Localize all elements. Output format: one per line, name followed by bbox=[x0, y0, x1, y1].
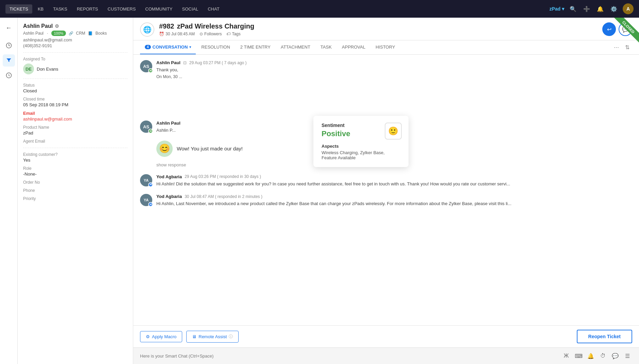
nav-community[interactable]: COMMUNITY bbox=[141, 4, 176, 14]
main-layout: ← Ashlin Paul ⚙ Ashlin Paul · 100% 🔗 CRM… bbox=[0, 18, 639, 364]
search-icon[interactable]: 🔍 bbox=[568, 4, 578, 14]
smiley-icon: 😊 bbox=[156, 141, 173, 157]
agent2-content: Yod Agbaria 30 Jul 08:47 AM ( responded … bbox=[156, 194, 632, 207]
msg1-type-icon: ⊡ bbox=[183, 60, 187, 65]
msg1-header: Ashlin Paul ⊡ 29 Aug 03:27 PM ( 7 days a… bbox=[156, 60, 632, 65]
product-value: zPad bbox=[23, 130, 127, 135]
chat-button[interactable]: 💬 bbox=[619, 22, 632, 36]
smart-chat-input[interactable] bbox=[140, 353, 559, 359]
nav-customers[interactable]: CUSTOMERS bbox=[104, 4, 140, 14]
smart-icon-3[interactable]: 🔔 bbox=[586, 351, 595, 361]
msg1-sender: Ashlin Paul bbox=[156, 60, 180, 65]
assigned-to-section: Assigned To DE Don Evans bbox=[23, 57, 127, 74]
reopen-ticket-button[interactable]: Reopen Ticket bbox=[577, 330, 632, 343]
divider-3 bbox=[23, 148, 127, 148]
agent-email-field: Agent Email bbox=[23, 139, 127, 144]
nav-kb[interactable]: KB bbox=[34, 4, 48, 14]
back-button[interactable]: ← bbox=[3, 22, 15, 34]
existing-customer-field: Existing customer? Yes bbox=[23, 152, 127, 163]
smart-icon-6[interactable]: ☰ bbox=[623, 351, 632, 361]
nav-social[interactable]: SOCIAL bbox=[178, 4, 203, 14]
tab-attachment[interactable]: ATTACHMENT bbox=[276, 40, 315, 54]
agent2-avatar: YA ✉ bbox=[140, 194, 152, 206]
tags-text: Tags bbox=[232, 32, 240, 36]
tab-task[interactable]: TASK bbox=[316, 40, 336, 54]
tab-approval-label: APPROVAL bbox=[342, 44, 365, 50]
role-label: Role bbox=[23, 166, 127, 171]
smart-icon-2[interactable]: ⌨ bbox=[574, 351, 583, 361]
tab-approval[interactable]: APPROVAL bbox=[337, 40, 370, 54]
msg2-avatar-text: AS bbox=[143, 124, 149, 129]
notification-icon[interactable]: 🔔 bbox=[595, 4, 605, 14]
assigned-to-label: Assigned To bbox=[23, 57, 127, 61]
customer-panel: Ashlin Paul ⚙ Ashlin Paul · 100% 🔗 CRM 📘… bbox=[18, 18, 133, 364]
closed-time-value: 05 Sep 2018 08:19 PM bbox=[23, 102, 127, 107]
tab-conversation-label: CONVERSATION bbox=[153, 44, 188, 50]
nav-tasks[interactable]: TASKS bbox=[49, 4, 71, 14]
assignee-row: DE Don Evans bbox=[23, 63, 127, 74]
msg2-avatar: AS ✉ bbox=[140, 121, 152, 133]
tab-task-label: TASK bbox=[321, 44, 332, 50]
msg1-avatar-text: AS bbox=[143, 64, 149, 69]
ticket-header-left: 🌐 #982 zPad Wireless Charging ⏰ 30 Jul 0… bbox=[140, 22, 254, 37]
agent1-badge: ✉ bbox=[148, 182, 153, 187]
tab-resolution[interactable]: RESOLUTION bbox=[196, 40, 235, 54]
settings-icon[interactable]: ⚙️ bbox=[609, 4, 619, 14]
reply-button[interactable]: ↩ bbox=[602, 22, 616, 36]
followers-item[interactable]: ⊙ Followers bbox=[200, 32, 222, 36]
msg2-text: Ashlin P... bbox=[156, 128, 176, 133]
sidebar-star-icon[interactable] bbox=[3, 39, 15, 52]
agent2-time: 30 Jul 08:47 AM ( responded in 2 minutes… bbox=[185, 194, 262, 199]
remote-info-icon: ⓘ bbox=[229, 334, 233, 340]
tab-more-button[interactable]: ··· bbox=[611, 41, 622, 54]
ticket-date: 30 Jul 08:45 AM bbox=[166, 32, 195, 36]
assignee-avatar: DE bbox=[23, 63, 34, 74]
books-icon: 📘 bbox=[88, 31, 93, 36]
existing-customer-value: Yes bbox=[23, 158, 127, 163]
ticket-channel-icon: 🌐 bbox=[140, 22, 154, 37]
smart-icon-5[interactable]: 💬 bbox=[610, 351, 620, 361]
agent2-badge: ✉ bbox=[148, 202, 153, 207]
crm-label: CRM bbox=[76, 31, 85, 36]
nav-chat[interactable]: CHAT bbox=[204, 4, 223, 14]
sidebar-filter-icon[interactable] bbox=[3, 54, 15, 67]
crm-icon: 🔗 bbox=[69, 31, 73, 36]
smart-icon-1[interactable]: Ж bbox=[562, 351, 571, 361]
smart-chat-icons: Ж ⌨ 🔔 ⏱ 💬 ☰ bbox=[562, 351, 632, 361]
ticket-header: 🌐 #982 zPad Wireless Charging ⏰ 30 Jul 0… bbox=[133, 18, 639, 40]
smart-icon-4[interactable]: ⏱ bbox=[598, 351, 608, 361]
conversation-area[interactable]: AS ✉ Ashlin Paul ⊡ 29 Aug 03:27 PM ( 7 d… bbox=[133, 55, 639, 325]
agent-message-1: YA ✉ Yod Agbaria 29 Aug 03:26 PM ( respo… bbox=[140, 174, 632, 187]
agent2-avatar-text: YA bbox=[144, 198, 149, 202]
followers-text: Followers bbox=[204, 32, 222, 36]
remote-assist-button[interactable]: 🖥 Remote Assist ⓘ bbox=[186, 331, 239, 343]
apply-macro-button[interactable]: ⚙ Apply Macro bbox=[140, 331, 182, 342]
tab-resolution-label: RESOLUTION bbox=[201, 44, 230, 50]
user-avatar[interactable]: A bbox=[623, 3, 634, 14]
sidebar-history-icon[interactable] bbox=[3, 69, 15, 81]
tab-time-entry[interactable]: 2 TIME ENTRY bbox=[236, 40, 275, 54]
existing-customer-label: Existing customer? bbox=[23, 152, 127, 157]
tags-item[interactable]: 🏷 Tags bbox=[226, 32, 240, 36]
tab-conversation[interactable]: 4 CONVERSATION ▾ bbox=[140, 40, 196, 54]
customer-email-display: ashlinpaul.w@gmail.com bbox=[23, 37, 127, 42]
verified-icon: ⚙ bbox=[55, 23, 59, 29]
nav-reports[interactable]: REPORTS bbox=[73, 4, 102, 14]
msg1-avatar: AS ✉ bbox=[140, 60, 152, 72]
msg2-sender: Ashlin Paul bbox=[156, 121, 180, 126]
ticket-meta: ⏰ 30 Jul 08:45 AM ⊙ Followers 🏷 Tags bbox=[159, 32, 254, 36]
brand-dropdown[interactable]: zPad ▾ bbox=[549, 6, 564, 12]
add-icon[interactable]: ➕ bbox=[582, 4, 591, 14]
msg1-body: Thank you, On Mon, 30 ... bbox=[156, 67, 632, 80]
tab-filter-icon[interactable]: ⇅ bbox=[622, 41, 632, 53]
ticket-date-item: ⏰ 30 Jul 08:45 AM bbox=[159, 32, 195, 36]
tab-history[interactable]: HISTORY bbox=[371, 40, 400, 54]
agent1-header: Yod Agbaria 29 Aug 03:26 PM ( responded … bbox=[156, 174, 632, 179]
msg1-time: 29 Aug 03:27 PM ( 7 days ago ) bbox=[189, 60, 247, 65]
msg1-ellipsis: ... bbox=[179, 74, 182, 79]
sentiment-popup: 🙂 Sentiment Positive Aspects Wireless Ch… bbox=[313, 116, 409, 167]
apply-macro-label: Apply Macro bbox=[152, 334, 176, 339]
customer-name-text: Ashlin Paul bbox=[23, 23, 53, 29]
ticket-number: #982 bbox=[159, 22, 174, 30]
nav-tickets[interactable]: TICKETS bbox=[5, 4, 32, 14]
